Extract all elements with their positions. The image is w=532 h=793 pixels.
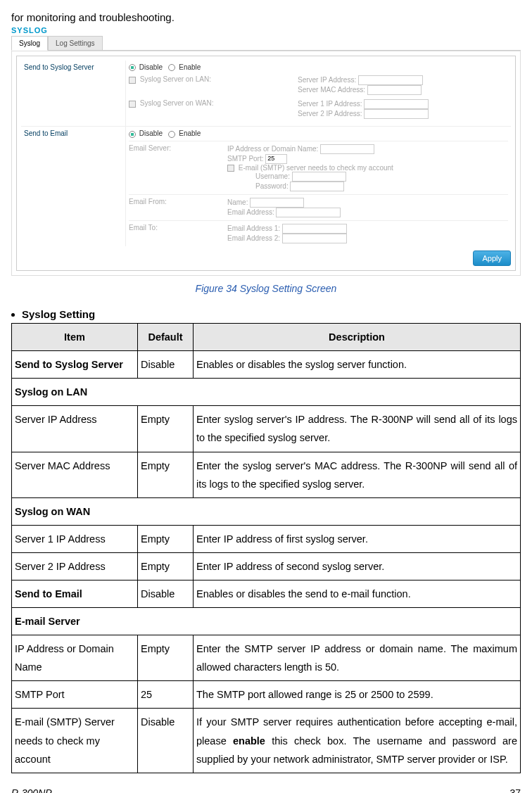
input-username[interactable] [292,172,346,182]
cell: E-mail (SMTP) Server needs to check my a… [12,709,138,773]
footer-model: R-300NP [11,787,52,793]
table-section: Syslog on LAN [12,379,521,406]
table-section: Syslog on WAN [12,497,521,525]
cell: Disable [138,351,194,379]
input-server1-ip[interactable] [364,99,429,109]
cell: The SMTP port allowed range is 25 or 250… [194,681,521,709]
cell: Empty [138,552,194,580]
input-name[interactable] [250,198,304,208]
input-ip-domain[interactable] [320,144,374,154]
cell: Disable [138,581,194,608]
checkbox-smtp-auth[interactable] [227,165,234,172]
syslog-panel: Send to Syslog Server Disable Enable Sys… [16,56,516,271]
checkbox-wan[interactable] [129,101,136,108]
cell: Empty [138,452,194,497]
label-enable: Enable [179,63,201,71]
cell: Empty [138,635,194,681]
th-item: Item [12,324,138,351]
label-email-from: Email From: [129,198,227,217]
footer: R-300NP 37 [11,787,521,793]
label-syslog-wan: Syslog Server on WAN: [140,99,214,107]
input-email-to-2[interactable] [282,234,347,243]
th-description: Description [194,324,521,351]
cell: Enter the syslog server's MAC address. T… [194,452,521,497]
table-row: Server 2 IP Address Empty Enter IP addre… [12,552,521,580]
table-row: E-mail (SMTP) Server needs to check my a… [12,709,521,773]
cell: Send to Syslog Server [15,359,123,370]
table-row: Server 1 IP Address Empty Enter IP addre… [12,525,521,552]
radio-syslog-disable[interactable] [129,64,136,71]
label-syslog-lan: Syslog Server on LAN: [140,75,211,83]
label-email-addr2: Email Address 2: [227,234,280,242]
heading-text: Syslog Setting [22,308,95,320]
table-row: SMTP Port 25 The SMTP port allowed range… [12,681,521,709]
label-server-ip: Server IP Address: [298,76,356,84]
label-password: Password: [255,182,289,190]
input-smtp-port[interactable]: 25 [265,154,287,164]
intro-text: for monitoring and troubleshooting. [11,11,521,23]
figure-caption: Figure 34 Syslog Setting Screen [11,283,521,294]
table-row: Send to Syslog Server Disable Enables or… [12,351,521,379]
cell: Enables or disables the send to e-mail f… [194,581,521,608]
label-email-to: Email To: [129,224,227,243]
label-enable-2: Enable [179,129,201,137]
cell: Syslog on LAN [12,379,521,406]
cell: Enter IP address of first syslog server. [194,525,521,552]
label-disable: Disable [139,63,163,71]
section-heading: Syslog Setting [11,308,521,320]
radio-email-disable[interactable] [129,131,136,138]
cell: Server IP Address [12,406,138,452]
label-server2-ip: Server 2 IP Address: [298,110,362,118]
cell: Disable [138,709,194,773]
cell: If your SMTP server requires authenticat… [194,709,521,773]
table-row: IP Address or Domain Name Empty Enter th… [12,635,521,681]
input-email-to-1[interactable] [282,224,347,234]
bullet-icon [11,313,15,317]
label-email-server: Email Server: [129,144,227,191]
input-server-ip[interactable] [358,75,423,85]
cell: Empty [138,406,194,452]
tab-bar: Syslog Log Settings [11,36,521,51]
cell: IP Address or Domain Name [12,635,138,681]
cell: Enter IP address of second syslog server… [194,552,521,580]
table-section: E-mail Server [12,608,521,635]
apply-button[interactable]: Apply [473,250,511,266]
cell: Syslog on WAN [12,497,521,525]
label-smtp-port: SMTP Port: [227,154,264,162]
cell: Empty [138,525,194,552]
cell: Server 1 IP Address [12,525,138,552]
table-row: Send to Email Disable Enables or disable… [12,581,521,608]
cell: E-mail Server [12,608,521,635]
settings-table: Item Default Description Send to Syslog … [11,323,521,773]
cell: Enables or disables the syslog server fu… [194,351,521,379]
label-disable-2: Disable [139,129,163,137]
label-send-email: Send to Email [21,127,126,246]
label-ip-domain: IP Address or Domain Name: [227,144,318,152]
tab-log-settings[interactable]: Log Settings [48,36,103,50]
checkbox-lan[interactable] [129,77,136,84]
label-smtp-check: E-mail (SMTP) server needs to check my a… [239,164,393,172]
cell: Server MAC Address [12,452,138,497]
input-server2-ip[interactable] [364,109,429,119]
th-default: Default [138,324,194,351]
syslog-panel-outer: Send to Syslog Server Disable Enable Sys… [11,51,521,276]
input-email-from[interactable] [276,208,341,217]
cell: Enter syslog server's IP address. The R-… [194,406,521,452]
radio-syslog-enable[interactable] [168,64,175,71]
label-server-mac: Server MAC Address: [298,86,365,94]
cell: SMTP Port [12,681,138,709]
tab-syslog[interactable]: Syslog [11,36,48,51]
label-email-addr1: Email Address 1: [227,224,280,232]
radio-email-enable[interactable] [168,131,175,138]
label-send-syslog: Send to Syslog Server [21,61,126,127]
label-username: Username: [255,172,290,180]
input-password[interactable] [290,182,344,191]
table-row: Server MAC Address Empty Enter the syslo… [12,452,521,497]
footer-page: 37 [509,787,521,793]
cell: Send to Email [15,588,82,599]
cell: Server 2 IP Address [12,552,138,580]
label-name: Name: [227,198,248,206]
input-server-mac[interactable] [367,85,422,95]
cell: Enter the SMTP server IP address or doma… [194,635,521,681]
syslog-title: SYSLOG [11,26,521,34]
